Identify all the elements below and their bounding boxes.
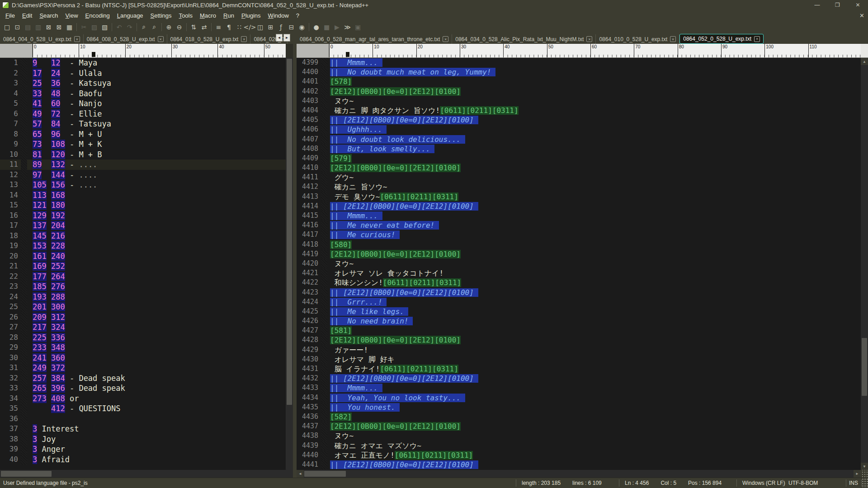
code-text: 249 372 [27,363,65,373]
menu-item-search[interactable]: Search [36,11,61,20]
tab-close-icon[interactable]: × [670,36,676,42]
document-close-icon[interactable]: ✕ [859,12,864,19]
tab-close-icon[interactable]: × [241,36,247,42]
tab-close-icon[interactable]: × [74,36,80,42]
code-text: 193 288 [27,292,65,302]
show-all-characters-icon[interactable]: ¶ [224,22,234,32]
hscroll-thumb-right[interactable] [304,471,346,477]
new-file-icon[interactable]: □ [2,22,12,32]
pane-left: 01020304050 19 12 - Maya217 24 - Ulala32… [0,44,293,470]
code-line: 4410[2E12][0B00][0e=0][2E12][0100] [297,163,861,173]
document-map-icon[interactable]: ◫ [255,22,265,32]
code-line: 25201 300 [0,302,286,312]
status-insert-mode[interactable]: INS [846,480,861,486]
word-wrap-icon[interactable]: ≡ [213,22,224,32]
tab-0864_008_0_528_U_exp.txt[interactable]: 0864_008_0_528_U_exp.txt× [84,34,167,44]
macro-record-icon[interactable]: ● [311,22,321,32]
line-number: 11 [0,160,21,170]
tab-close-icon[interactable]: × [586,36,592,42]
statusbar-resize-grip-icon [862,478,868,488]
pane-splitter[interactable] [293,44,297,470]
vertical-scrollbar-right[interactable]: ▲ ▼ [861,58,868,470]
menu-item-macro[interactable]: Macro [196,11,220,20]
menu-item-window[interactable]: Window [264,11,292,20]
tab-close-icon[interactable]: × [754,36,760,42]
folder-as-workspace-icon[interactable]: ⊟ [286,22,297,32]
fold-margin [21,353,27,363]
paste-icon[interactable]: ▧ [99,22,110,32]
code-line: 4441|| [2E12][0B00][0e=0][2E12][0100] [297,460,861,469]
code-line: 4435|| You honest. [297,403,861,412]
menu-item-encoding[interactable]: Encoding [82,11,113,20]
tab-close-icon[interactable]: × [158,36,164,42]
horizontal-scrollbar-right[interactable] [304,470,854,478]
vertical-scrollbar-left[interactable] [286,58,293,470]
user-defined-language-icon[interactable]: </> [245,22,255,32]
status-encoding[interactable]: UTF-8-BOM [783,480,846,486]
fold-margin [321,221,327,230]
menu-item-settings[interactable]: Settings [147,11,175,20]
menu-item-plugins[interactable]: Plugins [238,11,264,20]
hscroll-thumb-left[interactable] [1,471,52,477]
fold-margin [321,278,327,287]
vscroll-thumb-right[interactable] [862,338,867,396]
save-icon: ▤ [23,22,33,32]
menu-item-tools[interactable]: Tools [175,11,196,20]
vscroll-thumb-left[interactable] [287,59,292,405]
replace-icon[interactable]: ⌕ [149,22,160,32]
tab-0864_034_0_528_Alic_Pix_Rata_lxt_Muu_NightM.txt[interactable]: 0864_034_0_528_Alic_Pix_Rata_lxt_Muu_Nig… [452,34,596,44]
fold-margin [21,190,27,201]
menu-item-file[interactable]: File [2,11,19,20]
tab-0864_018_0_528_U_exp.txt[interactable]: 0864_018_0_528_U_exp.txt× [167,34,251,44]
tab-close-icon[interactable]: × [443,36,448,42]
toolbar-separator [161,23,162,31]
document-switcher-icon[interactable]: ⊞ [265,22,276,32]
fold-margin [321,211,327,221]
menu-item-run[interactable]: Run [220,11,238,20]
macro-run-multiple-icon[interactable]: ≫ [342,22,353,32]
tab-scroll-right-icon[interactable]: ► [283,34,290,42]
maximize-button[interactable]: ❐ [827,0,848,10]
code-text: 57 84 - Tatsuya [27,119,111,129]
code-line: 757 84 - Tatsuya [0,119,286,129]
resize-grip[interactable] [861,470,868,478]
open-file-icon[interactable]: ⊡ [12,22,23,32]
vscroll-up-arrow-icon[interactable]: ▲ [861,58,868,65]
fold-margin [321,249,327,259]
fold-margin [21,170,27,180]
close-file-icon[interactable]: ⊠ [43,22,54,32]
fold-margin [21,78,27,89]
line-number: 4413 [297,192,321,202]
function-list-icon[interactable]: ƒ [276,22,286,32]
editor-right[interactable]: 4399|| Mmmm... 4400|| No doubt much meat… [297,58,861,470]
menu-item-[interactable]: ? [292,11,303,20]
minimize-button[interactable]: — [807,0,827,10]
sync-horizontal-scroll-icon[interactable]: ⇄ [199,22,209,32]
line-number: 32 [0,373,21,384]
editor-left[interactable]: 19 12 - Maya217 24 - Ulala325 36 - Katsu… [0,58,286,470]
hscroll-left-arrow-icon[interactable]: ◄ [297,470,304,478]
tab-scroll-left-icon[interactable]: ◄ [276,34,283,42]
close-button[interactable]: ✕ [848,0,868,10]
menu-item-edit[interactable]: Edit [19,11,36,20]
status-eol-format[interactable]: Windows (CR LF) [737,480,783,486]
horizontal-scrollbar-left[interactable] [0,470,293,478]
tab-0864_006_0_528_man_agr_tal_ares_taran_throne_etc.txt[interactable]: 0864_006_0_528_man_agr_tal_ares_taran_th… [297,34,452,44]
line-number: 14 [0,190,21,201]
monitoring-icon[interactable]: ◉ [297,22,307,32]
zoom-in-icon[interactable]: ⊕ [164,22,174,32]
sync-vertical-scroll-icon[interactable]: ⇅ [189,22,199,32]
vscroll-down-arrow-icon[interactable]: ▼ [861,463,868,470]
menu-item-language[interactable]: Language [113,11,147,20]
tab-0864_052_0_528_U_exp.txt[interactable]: 0864_052_0_528_U_exp.txt× [679,34,764,44]
print-icon[interactable]: ▦ [64,22,75,32]
zoom-out-icon[interactable]: ⊖ [174,22,184,32]
tab-0864_004_0_528_U_exp.txt[interactable]: 0864_004_0_528_U_exp.txt× [0,34,84,44]
menu-item-view[interactable]: View [62,11,82,20]
ruler-number: 30 [461,44,466,49]
close-all-icon[interactable]: ⊠ [54,22,64,32]
tab-0864_010_0_528_U_exp.txt[interactable]: 0864_010_0_528_U_exp.txt× [596,34,679,44]
hscroll-right-arrow-icon[interactable]: ► [854,470,861,478]
find-icon[interactable]: ⌕ [139,22,149,32]
ruler-number: 40 [505,44,509,49]
